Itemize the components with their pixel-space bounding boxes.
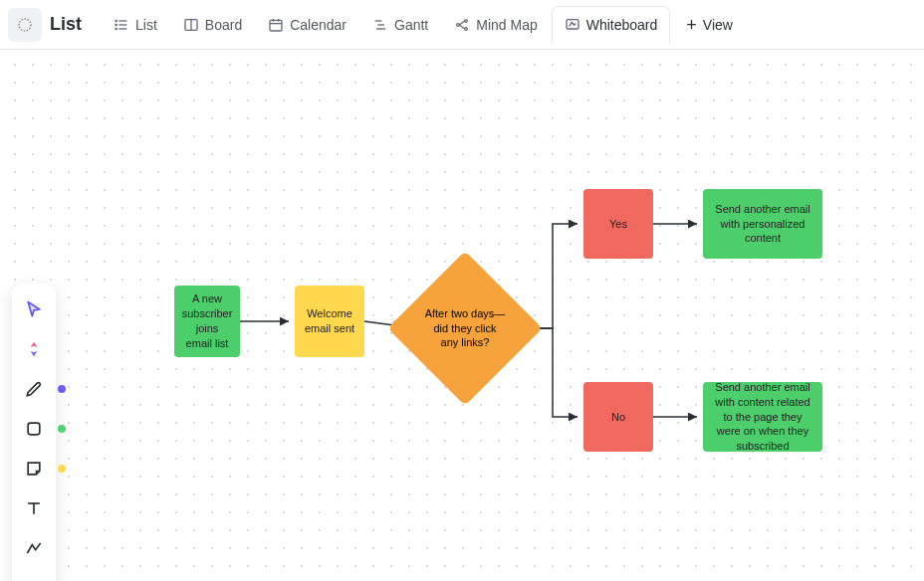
- node-label: A new subscriber joins email list: [182, 291, 233, 350]
- page-title: List: [50, 14, 82, 35]
- flow-node-no-action[interactable]: Send another email with content related …: [703, 382, 822, 452]
- mindmap-icon: [454, 17, 470, 33]
- board-icon: [183, 17, 199, 33]
- flow-node-welcome[interactable]: Welcome email sent: [295, 286, 364, 357]
- svg-point-6: [116, 28, 116, 29]
- svg-point-17: [465, 19, 468, 22]
- text-tool[interactable]: [16, 490, 52, 526]
- list-title-icon: [8, 8, 42, 42]
- node-label: After two days—did they click any links?: [424, 306, 506, 351]
- sticky-tool-color-badge: [58, 465, 66, 473]
- tab-list[interactable]: List: [102, 7, 169, 43]
- svg-point-16: [457, 23, 460, 26]
- ai-tool[interactable]: [16, 331, 52, 367]
- view-tabs: List Board Calendar Gantt Mind Map White…: [102, 6, 670, 44]
- sticky-note-tool[interactable]: [16, 451, 52, 486]
- node-label: Send another email with personalized con…: [711, 202, 814, 247]
- node-label: Welcome email sent: [303, 306, 356, 336]
- flowchart: A new subscriber joins email list Welcom…: [0, 50, 924, 581]
- tab-gantt[interactable]: Gantt: [360, 7, 440, 43]
- node-label: No: [611, 410, 625, 425]
- shape-tool[interactable]: [16, 411, 52, 447]
- whiteboard-icon: [565, 17, 580, 33]
- svg-point-0: [19, 19, 31, 31]
- calendar-icon: [268, 17, 284, 33]
- flow-node-yes[interactable]: Yes: [583, 189, 653, 259]
- more-shapes-tool[interactable]: [16, 570, 52, 581]
- pen-tool[interactable]: [16, 371, 52, 407]
- gantt-icon: [372, 17, 388, 33]
- select-tool[interactable]: [16, 291, 52, 327]
- flow-node-start[interactable]: A new subscriber joins email list: [174, 286, 240, 357]
- svg-line-19: [460, 21, 465, 25]
- node-label: Send another email with content related …: [711, 380, 814, 454]
- flow-node-decision[interactable]: After two days—did they click any links?: [410, 274, 520, 383]
- whiteboard-toolbar: [12, 284, 56, 581]
- tab-label: Gantt: [394, 17, 428, 33]
- connector-tool[interactable]: [16, 530, 52, 566]
- svg-line-20: [460, 25, 465, 29]
- view-tabs-bar: List List Board Calendar Gantt Mind Map …: [0, 0, 924, 50]
- tab-label: Whiteboard: [586, 17, 658, 33]
- whiteboard-canvas[interactable]: A new subscriber joins email list Welcom…: [0, 50, 924, 581]
- tab-label: Mind Map: [476, 17, 537, 33]
- tab-mindmap[interactable]: Mind Map: [442, 7, 549, 43]
- add-view-button[interactable]: + View: [674, 6, 745, 44]
- tab-whiteboard[interactable]: Whiteboard: [552, 6, 671, 45]
- plus-icon: +: [686, 16, 697, 34]
- svg-rect-9: [270, 20, 282, 31]
- svg-point-5: [116, 24, 116, 25]
- flow-node-yes-action[interactable]: Send another email with personalized con…: [703, 189, 822, 259]
- shape-tool-color-badge: [58, 425, 66, 433]
- tab-label: Board: [205, 17, 242, 33]
- svg-point-4: [116, 20, 116, 21]
- pen-tool-color-badge: [58, 385, 66, 393]
- node-label: Yes: [609, 217, 627, 232]
- list-icon: [114, 17, 129, 33]
- svg-rect-22: [28, 423, 40, 435]
- flow-node-no[interactable]: No: [583, 382, 653, 452]
- svg-point-18: [465, 27, 468, 30]
- add-view-label: View: [703, 17, 733, 33]
- tab-label: Calendar: [290, 17, 346, 33]
- tab-board[interactable]: Board: [171, 7, 254, 43]
- tab-calendar[interactable]: Calendar: [256, 7, 358, 43]
- tab-label: List: [135, 17, 157, 33]
